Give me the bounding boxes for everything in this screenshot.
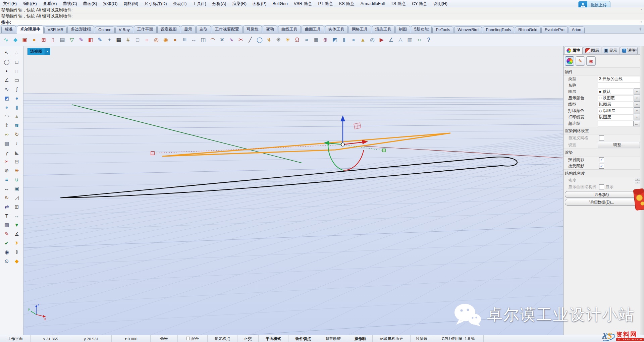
workspace-tab[interactable]: 多边形建模 bbox=[67, 25, 94, 33]
fillet-icon[interactable]: ╭ bbox=[2, 148, 12, 157]
receive-shadows-checkbox[interactable]: ✓ bbox=[599, 164, 604, 169]
status-toggle[interactable]: 物件锁点 bbox=[288, 335, 318, 342]
workspace-tab[interactable]: 卓尔谟犀牛 bbox=[17, 25, 44, 34]
sphere-icon[interactable]: ● bbox=[12, 94, 22, 103]
cylinder-icon[interactable]: ▮ bbox=[12, 103, 22, 112]
status-toggle[interactable]: CPU 使用量: 1.8 % bbox=[433, 335, 484, 342]
material-button[interactable]: ✎ bbox=[576, 56, 585, 66]
object-properties-button[interactable] bbox=[565, 56, 574, 66]
checker-icon[interactable]: ⊞ bbox=[40, 36, 48, 44]
adjust-mesh-button[interactable]: 调整... bbox=[598, 142, 640, 148]
cross-icon[interactable]: ✕ bbox=[218, 36, 226, 44]
workspace-tab[interactable]: 标准 bbox=[1, 25, 16, 33]
menu-item[interactable]: ArmadilloFull bbox=[358, 0, 388, 7]
clamp-icon[interactable]: ▯ bbox=[49, 36, 57, 44]
gem-icon[interactable]: ◆ bbox=[11, 36, 19, 44]
select-rect-icon[interactable]: □ bbox=[12, 57, 22, 66]
command-scrollbar[interactable]: ▴ ▾ bbox=[639, 8, 643, 23]
menu-item[interactable]: 渲染(R) bbox=[229, 0, 249, 7]
revolve-icon[interactable]: ↻ bbox=[12, 130, 22, 139]
rainbow-icon[interactable]: ◧ bbox=[87, 36, 95, 44]
name-input[interactable] bbox=[598, 82, 640, 89]
menu-item[interactable]: PT-随意 bbox=[315, 0, 336, 7]
circle2-icon[interactable]: ○ bbox=[415, 36, 423, 44]
gumball-center[interactable] bbox=[341, 143, 344, 146]
workspace-tab[interactable]: 渲染工具 bbox=[372, 25, 395, 33]
move-icon[interactable]: ↔ bbox=[2, 184, 12, 193]
menu-item[interactable]: KS-随意 bbox=[336, 0, 358, 7]
torus-icon[interactable]: ◎ bbox=[368, 36, 376, 44]
triangle-icon[interactable]: △ bbox=[396, 36, 405, 44]
panel-tab[interactable]: 属性 bbox=[564, 47, 583, 54]
text-icon[interactable]: T bbox=[2, 211, 12, 220]
zigzag-icon[interactable]: ↯ bbox=[265, 36, 273, 44]
status-toggle[interactable]: 操作轴 bbox=[348, 335, 373, 342]
menu-item[interactable]: 说明(H) bbox=[430, 0, 450, 7]
viewport-title-tab[interactable]: 透视图 ▼ bbox=[28, 48, 50, 55]
copy-icon[interactable]: ▣ bbox=[12, 184, 22, 193]
loft-icon[interactable]: ≋ bbox=[12, 121, 22, 130]
hyperlink-browse-icon[interactable]: … bbox=[633, 121, 640, 126]
zoom-icon[interactable]: ⊙ bbox=[2, 256, 12, 266]
display-color-dropdown-icon[interactable]: ▼ bbox=[634, 95, 640, 101]
menu-item[interactable]: 曲面(S) bbox=[80, 0, 100, 7]
density-stepper[interactable]: ▴ ▾ bbox=[635, 178, 640, 183]
workspace-tab[interactable]: EvolutePro bbox=[541, 26, 568, 33]
globe-icon[interactable]: ◯ bbox=[256, 36, 264, 44]
offset-icon[interactable]: ≡ bbox=[2, 175, 12, 184]
workspace-tab[interactable]: 可见性 bbox=[243, 25, 262, 33]
stepper-up-icon[interactable]: ▴ bbox=[635, 178, 640, 181]
slash-icon[interactable]: ╱ bbox=[246, 36, 254, 44]
stack-icon[interactable]: ≋ bbox=[180, 36, 189, 44]
polyline-icon[interactable]: ∠ bbox=[2, 75, 12, 84]
menu-item[interactable]: 实体(O) bbox=[100, 0, 120, 7]
axis-handle-green-square[interactable] bbox=[382, 149, 385, 152]
workspace-tab[interactable]: 显示 bbox=[181, 25, 196, 33]
basket-sphere-icon[interactable]: ● bbox=[30, 36, 38, 44]
ellipsoid-icon[interactable]: ● bbox=[2, 103, 12, 112]
workspace-tab[interactable]: RhinoGold bbox=[515, 26, 541, 33]
print-color-dropdown-icon[interactable]: ▼ bbox=[634, 108, 640, 114]
split-icon[interactable]: ⊟ bbox=[12, 157, 22, 166]
trim-icon[interactable]: ✂ bbox=[2, 157, 12, 166]
mailbox-icon[interactable]: ▣ bbox=[21, 36, 29, 44]
workspace-tab[interactable]: 网格工具 bbox=[348, 25, 371, 33]
sweep-icon[interactable]: ∾ bbox=[2, 130, 12, 139]
viewport-canvas[interactable]: 透视图 ▼ z y x bbox=[23, 46, 564, 335]
menu-item[interactable]: 文件(F) bbox=[0, 0, 20, 7]
workspace-tab[interactable]: 实体工具 bbox=[325, 25, 348, 33]
layer-value[interactable]: ■默认 bbox=[598, 89, 634, 95]
print-color-value[interactable]: ◇以图层 bbox=[598, 108, 634, 114]
linetype-value[interactable]: 以图层 bbox=[598, 102, 634, 108]
pointcloud-icon[interactable]: ∷ bbox=[12, 66, 22, 75]
camera-icon[interactable]: ◉ bbox=[2, 247, 12, 256]
workspace-tab[interactable]: 制图 bbox=[395, 25, 410, 33]
explode-icon[interactable]: ✳ bbox=[12, 166, 22, 175]
rotate-icon[interactable]: ↻ bbox=[2, 193, 12, 202]
select-lasso-icon[interactable]: ◯ bbox=[2, 57, 12, 66]
eyedrop-icon[interactable]: ✎ bbox=[2, 229, 12, 238]
blend-icon[interactable]: ∪ bbox=[12, 175, 22, 184]
scissors-icon[interactable]: ✂ bbox=[237, 36, 245, 44]
select-arrow-icon[interactable]: ↖ bbox=[2, 48, 12, 57]
panel-gear-icon[interactable]: ✳ bbox=[634, 48, 637, 52]
status-toggle[interactable]: 记录建构历史 bbox=[373, 335, 411, 342]
hatch-icon[interactable]: ▧ bbox=[2, 220, 12, 229]
measure-icon[interactable]: ∡ bbox=[12, 229, 22, 238]
menu-item[interactable]: 面板(P) bbox=[250, 0, 270, 7]
print-width-value[interactable]: 以图层 bbox=[598, 114, 634, 120]
menu-item[interactable]: 网格(M) bbox=[120, 0, 141, 7]
workspace-tab[interactable]: WeaverBird bbox=[454, 26, 482, 33]
viewport-dropdown-icon[interactable]: ▼ bbox=[45, 48, 50, 55]
workspace-tab[interactable]: 变动 bbox=[263, 25, 277, 33]
snake-icon[interactable]: ∿ bbox=[227, 36, 235, 44]
workspace-tab[interactable]: 5新功能 bbox=[411, 25, 432, 33]
paraboloid-icon[interactable]: ◠ bbox=[2, 112, 12, 121]
brush-icon[interactable]: ✎ bbox=[96, 36, 104, 44]
pipe-icon[interactable]: ≀ bbox=[12, 139, 22, 148]
workspace-tab[interactable]: 工作视窗配置 bbox=[212, 25, 243, 33]
workspace-tab[interactable]: Octane bbox=[95, 26, 115, 33]
pan-icon[interactable]: ⇕ bbox=[12, 247, 22, 256]
arc-icon[interactable]: ◠ bbox=[209, 36, 217, 44]
target-icon[interactable]: ⊕ bbox=[321, 36, 329, 44]
